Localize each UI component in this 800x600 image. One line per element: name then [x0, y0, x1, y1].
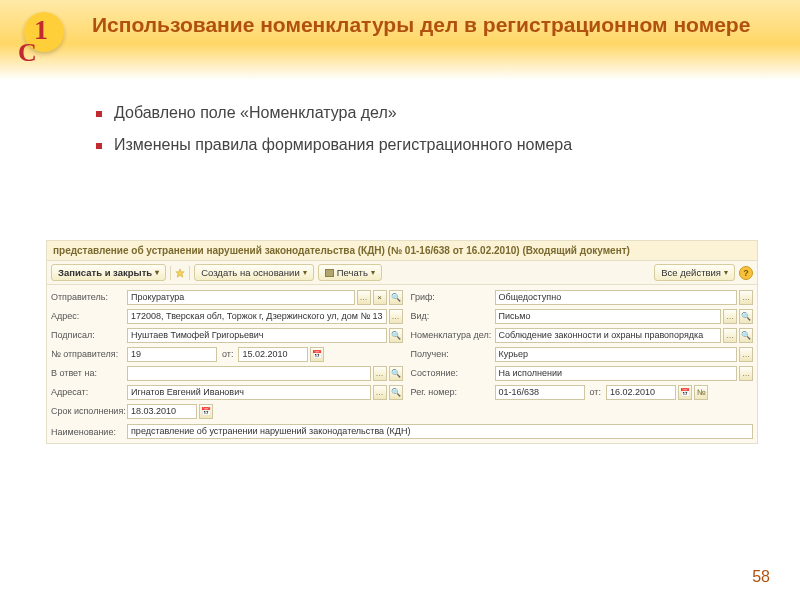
- magnifier-icon: 🔍: [741, 312, 751, 321]
- sender-input[interactable]: Прокуратура: [127, 290, 355, 305]
- help-button[interactable]: ?: [739, 266, 753, 280]
- save-close-button[interactable]: Записать и закрыть ▾: [51, 264, 166, 281]
- bullet-list: Добавлено поле «Номенклатура дел» Измене…: [96, 104, 800, 154]
- clear-button[interactable]: ×: [373, 290, 387, 305]
- reg-no-label: Рег. номер:: [411, 387, 495, 397]
- sender-date-input[interactable]: 15.02.2010: [238, 347, 308, 362]
- button-label: Печать: [337, 267, 368, 278]
- magnifier-icon: 🔍: [391, 293, 401, 302]
- print-button[interactable]: Печать ▾: [318, 264, 382, 281]
- chevron-down-icon: ▾: [371, 268, 375, 277]
- addressee-label: Адресат:: [51, 387, 127, 397]
- document-form-window: представление об устранении нарушений за…: [46, 240, 758, 444]
- open-button[interactable]: 🔍: [389, 385, 403, 400]
- separator: [189, 266, 190, 280]
- create-based-on-button[interactable]: Создать на основании ▾: [194, 264, 314, 281]
- kind-label: Вид:: [411, 311, 495, 321]
- magnifier-icon: 🔍: [391, 331, 401, 340]
- magnifier-icon: 🔍: [391, 369, 401, 378]
- calendar-icon: 📅: [201, 407, 211, 416]
- bullet-item: Изменены правила формирования регистраци…: [96, 136, 800, 154]
- slide-header: 1 С Использование номенклатуры дел в рег…: [0, 0, 800, 80]
- state-label: Состояние:: [411, 368, 495, 378]
- star-icon[interactable]: [175, 268, 185, 278]
- calendar-button[interactable]: 📅: [199, 404, 213, 419]
- chevron-down-icon: ▾: [303, 268, 307, 277]
- svg-marker-0: [176, 268, 184, 276]
- open-button[interactable]: 🔍: [389, 328, 403, 343]
- select-button[interactable]: …: [723, 328, 737, 343]
- nomenclature-input[interactable]: Соблюдение законности и охраны правопоря…: [495, 328, 721, 343]
- slide-title: Использование номенклатуры дел в регистр…: [92, 12, 800, 38]
- calendar-button[interactable]: 📅: [678, 385, 692, 400]
- deadline-input[interactable]: 18.03.2010: [127, 404, 197, 419]
- button-label: Создать на основании: [201, 267, 300, 278]
- reply-input[interactable]: [127, 366, 371, 381]
- reg-date-label: от:: [587, 387, 604, 397]
- magnifier-icon: 🔍: [391, 388, 401, 397]
- printer-icon: [325, 269, 334, 277]
- window-title: представление об устранении нарушений за…: [47, 241, 757, 261]
- select-button[interactable]: …: [373, 366, 387, 381]
- all-actions-button[interactable]: Все действия ▾: [654, 264, 735, 281]
- left-column: Отправитель: Прокуратура … × 🔍 Адрес: 17…: [51, 289, 403, 422]
- open-button[interactable]: 🔍: [389, 290, 403, 305]
- state-input[interactable]: На исполнении: [495, 366, 737, 381]
- address-input[interactable]: 172008, Тверская обл, Торжок г, Дзержинс…: [127, 309, 387, 324]
- calendar-icon: 📅: [312, 350, 322, 359]
- open-button[interactable]: 🔍: [389, 366, 403, 381]
- toolbar: Записать и закрыть ▾ Создать на основани…: [47, 261, 757, 285]
- select-button[interactable]: …: [739, 366, 753, 381]
- sender-no-label: № отправителя:: [51, 349, 127, 359]
- grif-label: Гриф:: [411, 292, 495, 302]
- button-label: Записать и закрыть: [58, 267, 152, 278]
- address-label: Адрес:: [51, 311, 127, 321]
- button-label: Все действия: [661, 267, 721, 278]
- reg-no-input[interactable]: 01-16/638: [495, 385, 585, 400]
- chevron-down-icon: ▾: [155, 268, 159, 277]
- addressee-input[interactable]: Игнатов Евгений Иванович: [127, 385, 371, 400]
- select-button[interactable]: …: [373, 385, 387, 400]
- calendar-icon: 📅: [680, 388, 690, 397]
- reply-label: В ответ на:: [51, 368, 127, 378]
- page-number: 58: [752, 568, 770, 586]
- signed-input[interactable]: Нуштаев Тимофей Григорьевич: [127, 328, 387, 343]
- name-input[interactable]: представление об устранении нарушений за…: [127, 424, 753, 439]
- nomenclature-label: Номенклатура дел:: [411, 330, 495, 340]
- received-label: Получен:: [411, 349, 495, 359]
- select-button[interactable]: …: [389, 309, 403, 324]
- sender-no-input[interactable]: 19: [127, 347, 217, 362]
- magnifier-icon: 🔍: [741, 331, 751, 340]
- logo-1c: 1 С: [16, 12, 76, 72]
- deadline-label: Срок исполнения:: [51, 406, 127, 416]
- open-button[interactable]: 🔍: [739, 328, 753, 343]
- select-button[interactable]: …: [357, 290, 371, 305]
- chevron-down-icon: ▾: [724, 268, 728, 277]
- name-label: Наименование:: [51, 427, 127, 437]
- right-column: Гриф: Общедоступно … Вид: Письмо … 🔍 Ном…: [411, 289, 753, 422]
- select-button[interactable]: …: [739, 290, 753, 305]
- sender-date-label: от:: [219, 349, 236, 359]
- signed-label: Подписал:: [51, 330, 127, 340]
- separator: [170, 266, 171, 280]
- grif-input[interactable]: Общедоступно: [495, 290, 737, 305]
- bullet-item: Добавлено поле «Номенклатура дел»: [96, 104, 800, 122]
- name-row: Наименование: представление об устранени…: [47, 424, 757, 443]
- assign-number-button[interactable]: №: [694, 385, 708, 400]
- reg-date-input[interactable]: 16.02.2010: [606, 385, 676, 400]
- select-button[interactable]: …: [723, 309, 737, 324]
- open-button[interactable]: 🔍: [739, 309, 753, 324]
- kind-input[interactable]: Письмо: [495, 309, 721, 324]
- calendar-button[interactable]: 📅: [310, 347, 324, 362]
- received-input[interactable]: Курьер: [495, 347, 737, 362]
- select-button[interactable]: …: [739, 347, 753, 362]
- form-body: Отправитель: Прокуратура … × 🔍 Адрес: 17…: [47, 285, 757, 424]
- sender-label: Отправитель:: [51, 292, 127, 302]
